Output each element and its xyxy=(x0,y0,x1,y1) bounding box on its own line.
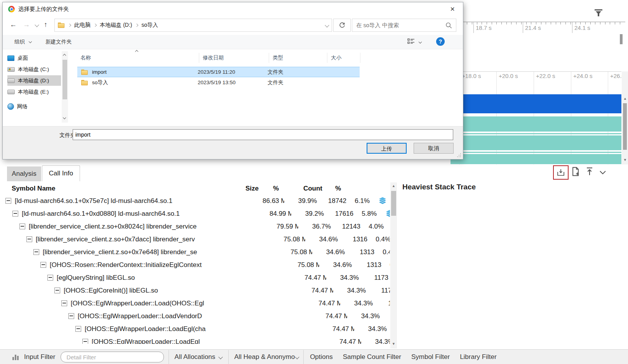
collapse-minus-icon[interactable] xyxy=(61,300,67,306)
forward-icon[interactable]: → xyxy=(23,21,30,29)
refresh-button[interactable] xyxy=(333,19,351,32)
allocations-dropdown[interactable]: All Allocations xyxy=(174,353,215,361)
sidebar-scrollbar[interactable] xyxy=(62,51,68,123)
table-row[interactable]: [ld-musl-aarch64.so.1+0xd0880] ld-musl-a… xyxy=(0,207,390,220)
export-top-icon[interactable] xyxy=(584,166,595,179)
filter-funnel-icon[interactable] xyxy=(593,8,604,19)
col-type[interactable]: 类型 xyxy=(273,54,283,61)
upload-button[interactable]: 上传 xyxy=(367,143,407,154)
folder-icon xyxy=(58,23,65,28)
folder-name-input[interactable] xyxy=(73,129,453,140)
collapse-minus-icon[interactable] xyxy=(82,339,88,344)
timeline-track-bar[interactable] xyxy=(451,116,621,132)
search-input[interactable] xyxy=(352,22,445,28)
size-pct-value: 34.3% xyxy=(340,300,373,307)
organize-button[interactable]: 组织 xyxy=(14,38,25,45)
tab-analysis[interactable]: Analysis xyxy=(7,166,41,181)
timeline-track-bar[interactable] xyxy=(451,135,621,150)
table-row[interactable]: [eglQueryString] libEGL.so74.47 M34.3%11… xyxy=(0,271,390,284)
count-pct-value: 0.4% xyxy=(374,248,390,256)
search-box[interactable] xyxy=(352,19,456,32)
table-scroll-down-icon[interactable]: ▼ xyxy=(392,342,395,346)
table-row[interactable]: [OHOS::EglWrapperLoader::Load(OHOS::Egl7… xyxy=(0,297,390,310)
collapse-minus-icon[interactable] xyxy=(47,275,53,281)
cancel-button[interactable]: 取消 xyxy=(414,143,454,154)
timeline-scroll-marker xyxy=(620,34,623,44)
table-scroll-thumb[interactable] xyxy=(391,191,396,216)
file-row[interactable]: import2023/5/19 11:20文件夹 xyxy=(77,67,360,77)
sample-count-filter-button[interactable]: Sample Count Filter xyxy=(343,353,401,361)
view-chevron-icon[interactable] xyxy=(419,40,422,43)
timeline-track-bar[interactable] xyxy=(451,152,621,153)
sidebar-item-drive-c[interactable]: 本地磁盘 (C:) xyxy=(7,64,61,75)
back-icon[interactable]: ← xyxy=(10,21,17,29)
sidebar-scroll-down-icon[interactable] xyxy=(63,116,66,119)
collapse-minus-icon[interactable] xyxy=(54,288,60,293)
timeline-track-bar[interactable] xyxy=(451,154,621,164)
heap-dropdown[interactable]: All Heap & Anonymo xyxy=(234,353,295,361)
collapse-minus-icon[interactable] xyxy=(12,211,18,217)
layers-icon[interactable] xyxy=(377,210,390,217)
col-date[interactable]: 修改日期 xyxy=(203,54,224,61)
up-icon[interactable]: ↑ xyxy=(44,21,47,29)
library-filter-button[interactable]: Library Filter xyxy=(460,353,496,361)
col-size[interactable]: 大小 xyxy=(331,54,341,61)
symbol-filter-button[interactable]: Symbol Filter xyxy=(411,353,450,361)
new-file-icon[interactable] xyxy=(570,166,581,179)
timeline-scrollbar[interactable]: ▲ ▼ xyxy=(622,71,628,165)
dialog-titlebar[interactable]: 选择要上传的文件夹 × xyxy=(3,2,463,16)
count-pct-value: 0.4% xyxy=(367,236,390,243)
table-row[interactable]: [OHOS::EglWrapperLoader::LoadVendorD74.4… xyxy=(0,310,390,322)
options-button[interactable]: Options xyxy=(310,353,333,361)
table-row[interactable]: [librender_service_client.z.so+0x7e648] … xyxy=(0,246,390,258)
table-row[interactable]: [OHOS::EglWrapperLoader::LoadEgl(cha74.4… xyxy=(0,322,390,335)
breadcrumb-so-import[interactable]: so导入 xyxy=(141,22,158,29)
table-row[interactable]: [OHOS::Rosen::RenderContext::InitializeE… xyxy=(0,258,390,271)
table-row[interactable]: [librender_service_client.z.so+0x7dacc] … xyxy=(0,233,390,246)
sidebar-item-drive-e[interactable]: 本地磁盘 (E:) xyxy=(7,87,61,97)
table-scroll-up-icon[interactable]: ▲ xyxy=(392,184,395,188)
view-list-icon[interactable] xyxy=(407,38,415,46)
table-scrollbar[interactable]: ▲ ▼ xyxy=(390,182,397,348)
scroll-down-icon[interactable]: ▼ xyxy=(623,158,627,162)
breadcrumb[interactable]: 此电脑 本地磁盘 (D:) so导入 xyxy=(54,19,332,32)
layers-icon[interactable] xyxy=(384,223,390,230)
table-row[interactable]: [OHOS::EglWrapperLoader::LoadEgl74.47 M3… xyxy=(0,335,390,344)
layers-icon[interactable] xyxy=(370,197,390,205)
table-row[interactable]: [librender_service_client.z.so+0x8024c] … xyxy=(0,220,390,233)
collapse-minus-icon[interactable] xyxy=(75,326,81,332)
detail-filter-input[interactable] xyxy=(61,352,164,362)
help-icon[interactable]: ? xyxy=(436,37,445,46)
sidebar-scroll-thumb[interactable] xyxy=(63,60,67,99)
collapse-minus-icon[interactable] xyxy=(26,236,32,242)
breadcrumb-this-pc[interactable]: 此电脑 xyxy=(74,22,90,29)
resize-grip[interactable] xyxy=(460,153,461,154)
timeline-track-bar[interactable] xyxy=(451,133,621,134)
ruler-tick xyxy=(496,22,497,24)
collapse-chevron-icon[interactable] xyxy=(598,168,607,179)
close-icon[interactable]: × xyxy=(447,4,458,14)
col-name[interactable]: 名称 xyxy=(80,54,91,61)
file-row[interactable]: so导入2023/5/19 13:50文件夹 xyxy=(77,77,360,88)
tab-call-info[interactable]: Call Info xyxy=(42,165,80,181)
scroll-up-icon[interactable]: ▲ xyxy=(623,97,627,101)
history-chevron-icon[interactable] xyxy=(35,23,39,27)
sidebar-item-desktop[interactable]: 桌面 xyxy=(7,53,61,63)
breadcrumb-dropdown-icon[interactable] xyxy=(325,23,329,27)
collapse-minus-icon[interactable] xyxy=(19,224,25,229)
new-folder-button[interactable]: 新建文件夹 xyxy=(45,38,72,45)
collapse-minus-icon[interactable] xyxy=(5,198,11,204)
import-so-icon[interactable] xyxy=(553,165,569,180)
count-value: 1316 xyxy=(338,236,367,243)
sidebar-item-drive-d[interactable]: 本地磁盘 (D:) xyxy=(7,75,61,86)
collapse-minus-icon[interactable] xyxy=(68,313,74,319)
timeline-track-bar[interactable] xyxy=(451,94,621,113)
sidebar-scroll-up-icon[interactable] xyxy=(63,54,66,57)
table-row[interactable]: [OHOS::EglCoreInit()] libEGL.so74.47 M34… xyxy=(0,284,390,297)
breadcrumb-drive-d[interactable]: 本地磁盘 (D:) xyxy=(100,22,132,29)
timeline-scroll-thumb[interactable] xyxy=(623,103,627,150)
table-row[interactable]: [ld-musl-aarch64.so.1+0x75e7c] ld-musl-a… xyxy=(0,194,390,207)
sidebar-item-network[interactable]: 网络 xyxy=(7,101,61,112)
collapse-minus-icon[interactable] xyxy=(33,249,39,255)
collapse-minus-icon[interactable] xyxy=(40,262,46,268)
